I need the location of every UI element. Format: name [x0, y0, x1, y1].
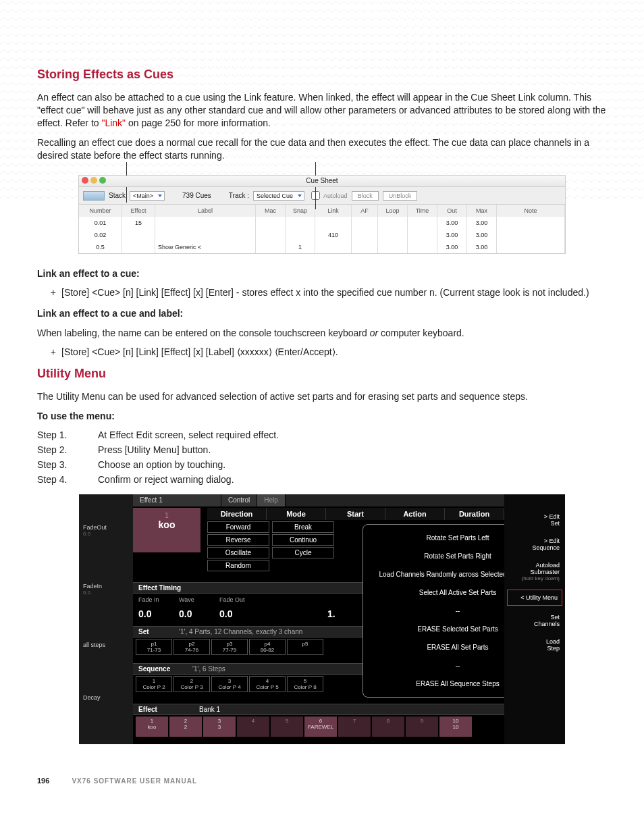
right-button[interactable]: SetChannels [504, 608, 565, 633]
col-loop: Loop [378, 205, 408, 217]
fx-left-sidebar: FadeOut0.0FadeIn0.0all stepsDecay [79, 494, 133, 744]
option-cycle[interactable]: Cycle [272, 547, 334, 558]
set-part[interactable]: p377-79 [211, 639, 248, 655]
bank-slot[interactable]: 22 [169, 716, 202, 737]
fx-effect-tile[interactable]: 1 koo [133, 508, 200, 552]
subheading-link-label: Link an effect to a cue and label: [37, 307, 607, 320]
col-af: AF [352, 205, 378, 217]
seq-step[interactable]: 5Color P 8 [287, 676, 323, 692]
bank-slot[interactable]: 6FAREWEL [304, 716, 337, 737]
cell-link: 410 [315, 229, 352, 241]
timing-label: Fade In [138, 596, 179, 603]
table-row[interactable]: 0.024103.003.00 [79, 229, 565, 241]
checkbox-autoload[interactable]: Autoload [308, 189, 348, 202]
screenshot-effect-editor: FadeOut0.0FadeIn0.0all stepsDecay Effect… [79, 494, 565, 744]
toolbar-icon[interactable] [83, 191, 105, 201]
fx-left-item[interactable]: FadeOut0.0 [79, 521, 133, 540]
seq-step[interactable]: 2Color P 3 [173, 676, 210, 692]
cell-loop [378, 217, 408, 229]
tab-control[interactable]: Control [221, 494, 257, 506]
fx-tile-name: koo [133, 519, 200, 530]
section-sequence: Sequence [138, 665, 192, 673]
fx-left-item[interactable]: Decay [79, 692, 133, 704]
option-random[interactable]: Random [207, 560, 269, 571]
bank-slot[interactable]: 8 [372, 716, 404, 737]
button-block[interactable]: Block [352, 191, 379, 201]
set-part[interactable]: p171-73 [136, 639, 172, 655]
dropdown-selected-cue[interactable]: Selected Cue [253, 191, 304, 201]
list-item-text: [Store] <Cue> [n] [Link] [Effect] [x] [L… [61, 346, 607, 357]
bank-slot[interactable]: 9 [406, 716, 438, 737]
option-break[interactable]: Break [272, 521, 334, 533]
bank-slot[interactable]: 33 [203, 716, 236, 737]
label-track: Track : [229, 192, 249, 199]
list-item: + [Store] <Cue> [n] [Link] [Effect] [x] … [37, 346, 607, 357]
bank-slot[interactable]: 5 [271, 716, 303, 737]
close-icon[interactable] [82, 177, 88, 184]
table-row[interactable]: 0.01153.003.00 [79, 217, 565, 229]
option-oscillate[interactable]: Oscillate [207, 547, 269, 558]
right-button[interactable]: LoadStep [504, 633, 565, 657]
cell-af [352, 229, 378, 241]
timing-value[interactable]: 0.0 [179, 608, 219, 619]
table-row[interactable]: 0.5Show Generic <13.003.00 [79, 241, 565, 253]
timing-value[interactable]: 0.0 [219, 608, 260, 619]
timing-label: Fade Out [219, 596, 260, 603]
set-part[interactable]: p274-76 [173, 639, 210, 655]
step-row: Step 3.Choose an option by touching. [37, 459, 607, 470]
set-part[interactable]: p5 [287, 639, 323, 655]
minimize-icon[interactable] [90, 177, 97, 184]
cell-max: 3.00 [467, 229, 497, 241]
bank-slot[interactable]: 4 [237, 716, 269, 737]
heading-storing-effects: Storing Effects as Cues [37, 68, 607, 82]
seq-step[interactable]: 1Color P 2 [136, 676, 172, 692]
cell-af [352, 241, 378, 253]
tab-help[interactable]: Help [257, 494, 286, 506]
bank-slot[interactable]: 1010 [439, 716, 472, 737]
col-out: Out [437, 205, 467, 217]
subheading-link-effect: Link an effect to a cue: [37, 267, 607, 280]
col-time: Time [408, 205, 437, 217]
cell-out: 3.00 [437, 229, 467, 241]
paragraph-2: Recalling an effect cue does a normal cu… [37, 136, 607, 162]
cell-loop [378, 229, 408, 241]
cell-mac [256, 217, 286, 229]
right-button[interactable]: > EditSet [504, 508, 565, 532]
cell-effect [122, 229, 155, 241]
right-button[interactable]: > EditSequence [504, 532, 565, 556]
zoom-icon[interactable] [99, 177, 106, 184]
right-button[interactable]: AutoloadSubmaster(hold key down) [504, 556, 565, 587]
cell-af [352, 217, 378, 229]
col-number: Number [79, 205, 122, 217]
set-part[interactable]: p480-82 [249, 639, 286, 655]
cue-sheet-table: Number Effect Label Mac Snap Link AF Loo… [79, 205, 565, 253]
list-item: + [Store] <Cue> [n] [Link] [Effect] [x] … [37, 287, 607, 298]
step-text: Press [Utility Menu] button. [98, 444, 211, 455]
paragraph-utility-desc: The Utility Menu can be used for advance… [37, 390, 607, 403]
cell-label [155, 217, 256, 229]
dropdown-main[interactable]: <Main> [130, 191, 165, 201]
timing-value[interactable]: 0.0 [138, 608, 179, 619]
cell-snap [286, 229, 315, 241]
col-snap: Snap [286, 205, 315, 217]
button-unblock[interactable]: UnBlock [383, 191, 418, 201]
subheading-use-menu: To use the menu: [37, 410, 607, 423]
step-row: Step 1.At Effect Edit screen, select req… [37, 429, 607, 440]
right-button[interactable]: < Utility Menu [507, 590, 562, 606]
fx-left-item[interactable]: all steps [79, 639, 133, 651]
cell-effect [122, 241, 155, 253]
step-number: Step 2. [37, 444, 98, 455]
bank-slot[interactable]: 7 [338, 716, 371, 737]
option-reverse[interactable]: Reverse [207, 534, 269, 546]
bullet-icon: + [37, 346, 61, 357]
bank-slot[interactable]: 1koo [136, 716, 168, 737]
cue-sheet-title: Cue Sheet [306, 177, 338, 184]
option-continuo[interactable]: Continuo [272, 534, 334, 546]
col-max: Max [467, 205, 497, 217]
seq-step[interactable]: 3Color P 4 [211, 676, 248, 692]
seq-step[interactable]: 4Color P 5 [249, 676, 286, 692]
option-forward[interactable]: Forward [207, 521, 269, 533]
col-note: Note [497, 205, 565, 217]
fx-left-item[interactable]: FadeIn0.0 [79, 580, 133, 598]
link-link-ref[interactable]: "Link" [101, 118, 126, 128]
